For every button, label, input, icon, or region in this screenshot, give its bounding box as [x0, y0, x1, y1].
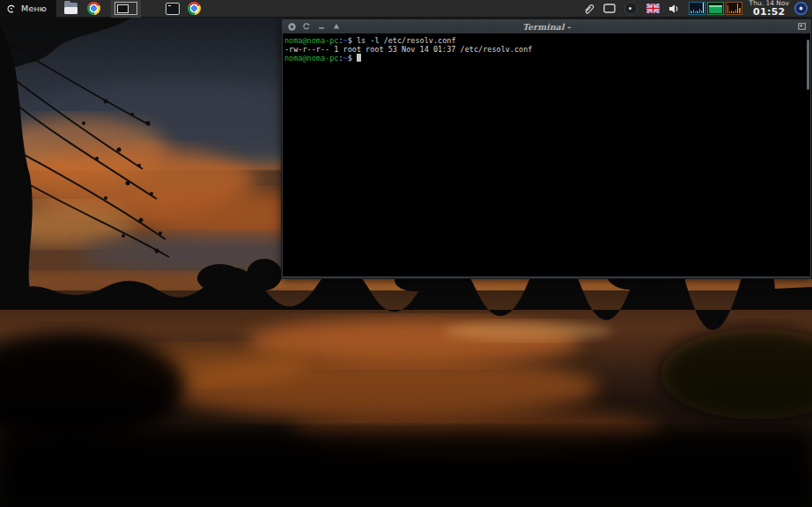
volume-icon[interactable]	[668, 4, 680, 14]
window-menu-icon	[798, 23, 806, 30]
maximize-icon	[333, 23, 340, 30]
top-panel: Меню	[0, 0, 812, 18]
taskbar-button-chrome[interactable]	[187, 2, 201, 16]
minimize-icon	[318, 23, 325, 30]
sysmon-mem-graph	[707, 2, 724, 15]
workspace-window-preview	[117, 4, 129, 13]
keyboard-layout-uk-flag-icon[interactable]	[646, 4, 660, 13]
titlebar-right-buttons	[797, 22, 810, 31]
shade-button[interactable]	[302, 22, 311, 31]
terminal-window: Terminal - noma@noma-pc:~$ ls -l /etc/re…	[281, 18, 812, 279]
maximize-button[interactable]	[332, 22, 341, 31]
terminal-cursor	[357, 54, 361, 62]
close-icon	[288, 23, 296, 31]
terminal-titlebar[interactable]: Terminal -	[283, 19, 810, 33]
applications-menu-button[interactable]: Меню	[0, 0, 56, 18]
chrome-icon	[188, 2, 201, 15]
window-menu-button[interactable]	[797, 22, 806, 31]
workspace-1	[114, 2, 137, 15]
terminal-icon	[166, 3, 180, 15]
clock-date: Thu. 14 Nov	[749, 0, 789, 6]
system-monitor[interactable]	[689, 2, 742, 15]
chrome-icon	[87, 2, 100, 15]
panel-clock[interactable]: Thu. 14 Nov 01:52	[749, 0, 789, 17]
taskbar-button-terminal[interactable]	[166, 2, 180, 16]
clock-time: 01:52	[749, 7, 789, 17]
shade-icon	[303, 23, 310, 30]
terminal-text: noma@noma-pc:~$ ls -l /etc/resolv.conf-r…	[283, 33, 810, 65]
chrome-launcher[interactable]	[86, 2, 100, 16]
terminal-line: -rw-r--r-- 1 root root 53 Nov 14 01:37 /…	[284, 45, 808, 54]
desktop-screen: Меню	[0, 0, 812, 507]
titlebar-left-buttons	[283, 22, 341, 31]
session-action-button[interactable]	[794, 1, 808, 16]
debian-swirl-icon	[5, 3, 17, 14]
app-indicator-icon[interactable]	[624, 2, 638, 15]
folder-icon	[64, 3, 78, 14]
window-title: Terminal -	[283, 22, 810, 32]
menu-label: Меню	[21, 4, 47, 13]
terminal-line: noma@noma-pc:~$	[284, 54, 808, 62]
file-manager-launcher[interactable]	[64, 2, 78, 16]
close-button[interactable]	[287, 22, 296, 31]
workspace-switcher[interactable]	[111, 0, 141, 18]
sysmon-mem-fill	[709, 5, 722, 13]
sysmon-cpu-graph	[689, 2, 705, 15]
minimize-button[interactable]	[317, 22, 326, 31]
taskbar-window-buttons	[166, 2, 201, 16]
display-icon[interactable]	[603, 4, 616, 13]
system-tray	[583, 2, 680, 15]
clipboard-paperclip-icon[interactable]	[583, 3, 594, 15]
terminal-scrollbar[interactable]	[807, 40, 809, 90]
terminal-line: noma@noma-pc:~$ ls -l /etc/resolv.conf	[284, 36, 808, 45]
sysmon-disk-graph	[726, 2, 742, 15]
terminal-content[interactable]: noma@noma-pc:~$ ls -l /etc/resolv.conf-r…	[283, 33, 810, 276]
quick-launchers	[64, 2, 100, 16]
